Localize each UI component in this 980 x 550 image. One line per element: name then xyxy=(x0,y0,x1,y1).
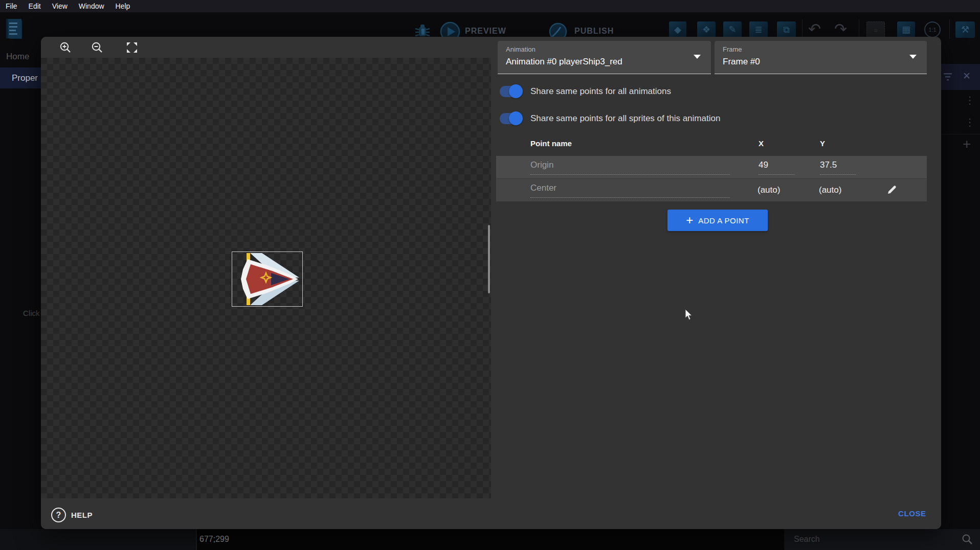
cursor-coordinates: 677;299 xyxy=(199,535,229,544)
settings-wrench-icon[interactable]: ⚒ xyxy=(955,21,975,38)
toggle-thumb xyxy=(509,84,523,98)
plus-icon: + xyxy=(686,214,693,226)
zoom-ratio-glyph: 1:1 xyxy=(924,21,941,38)
tab-properties-label: Proper xyxy=(12,73,38,83)
help-label: HELP xyxy=(71,511,93,519)
zoom-out-icon xyxy=(91,41,103,54)
add-object-icon: + xyxy=(963,136,971,152)
points-table-header-y: Y xyxy=(820,139,825,148)
frame-select[interactable]: Frame Frame #0 xyxy=(715,41,927,74)
add-object-row[interactable]: + xyxy=(940,134,980,157)
edit-scene-icon[interactable]: ✎ xyxy=(723,21,742,38)
panel-close-icon[interactable]: ✕ xyxy=(963,70,971,82)
export-object-icon[interactable]: ◆ xyxy=(669,21,686,38)
toggle-share-all-animations-label: Share same points for all animations xyxy=(530,86,671,97)
edit-point-pencil-icon[interactable] xyxy=(886,184,898,195)
menu-edit[interactable]: Edit xyxy=(23,0,47,12)
animation-select[interactable]: Animation Animation #0 playerShip3_red xyxy=(498,41,711,74)
object-list-row[interactable]: ⋮ xyxy=(940,112,980,134)
toolbar-separator xyxy=(859,19,859,39)
point-name-field[interactable]: Origin xyxy=(530,160,730,175)
expand-arrows-icon xyxy=(126,41,138,54)
doc-line xyxy=(9,26,17,28)
object-list-row[interactable]: ⋮ xyxy=(940,90,980,112)
undo-icon[interactable]: ↶ xyxy=(808,21,821,37)
fit-to-view-button[interactable] xyxy=(123,38,141,57)
tab-home[interactable]: Home xyxy=(6,52,29,62)
chevron-down-icon xyxy=(909,55,917,59)
zoom-in-icon xyxy=(59,41,72,54)
publish-button[interactable]: PUBLISH xyxy=(574,27,614,36)
dialog-footer xyxy=(41,498,941,529)
frame-select-label: Frame xyxy=(723,45,742,53)
help-button[interactable]: ? HELP xyxy=(51,508,93,522)
tab-properties[interactable]: Proper xyxy=(0,67,41,88)
mask-icon[interactable]: ▫ xyxy=(866,21,885,39)
point-y-value: (auto) xyxy=(819,185,841,195)
menu-window[interactable]: Window xyxy=(73,0,110,12)
points-table-header-name: Point name xyxy=(530,139,572,148)
search-icon[interactable] xyxy=(962,534,973,545)
layers-icon[interactable]: ⧉ xyxy=(777,21,796,38)
object-menu-icon[interactable]: ⋮ xyxy=(965,94,975,106)
player-ship-sprite xyxy=(232,252,302,306)
left-panel-hint-text: Click xyxy=(23,309,40,317)
chevron-down-icon xyxy=(694,55,701,59)
mouse-cursor xyxy=(685,309,694,320)
frame-select-value: Frame #0 xyxy=(723,57,760,67)
events-list-icon[interactable]: ≣ xyxy=(749,21,768,38)
zoom-in-button[interactable] xyxy=(56,38,75,57)
help-question-icon: ? xyxy=(51,508,66,522)
instances-icon[interactable]: ❖ xyxy=(697,21,716,38)
search-input[interactable] xyxy=(793,534,938,544)
animation-select-value: Animation #0 playerShip3_red xyxy=(506,57,622,67)
toolbar-separator xyxy=(949,19,950,39)
doc-front xyxy=(6,19,21,38)
zoom-ratio-icon[interactable]: 1:1 xyxy=(922,21,943,38)
point-row-origin[interactable]: Origin 49 37.5 xyxy=(496,156,927,178)
project-manager-icon[interactable] xyxy=(6,19,24,40)
edit-points-dialog: Animation Animation #0 playerShip3_red F… xyxy=(41,37,941,529)
close-button[interactable]: CLOSE xyxy=(895,509,929,518)
animation-select-label: Animation xyxy=(506,45,536,53)
point-x-field[interactable]: 49 xyxy=(759,160,794,175)
toolbar-separator xyxy=(802,19,803,39)
point-row-center[interactable]: Center (auto) (auto) xyxy=(496,178,927,201)
search-panel xyxy=(784,529,980,550)
status-bar-left-section xyxy=(0,529,197,550)
object-menu-icon[interactable]: ⋮ xyxy=(965,116,975,128)
grid-icon[interactable]: ▦ xyxy=(897,21,915,38)
add-point-label: ADD A POINT xyxy=(698,216,749,225)
add-point-button[interactable]: + ADD A POINT xyxy=(667,210,768,231)
menu-file[interactable]: File xyxy=(0,0,23,12)
canvas-toolbar xyxy=(41,37,491,58)
preview-button[interactable]: PREVIEW xyxy=(465,27,506,36)
points-table-header-x: X xyxy=(759,139,764,148)
objects-panel-header: ✕ xyxy=(940,64,980,90)
point-name-field[interactable]: Center xyxy=(530,183,730,198)
doc-line xyxy=(9,22,17,24)
toggle-share-all-sprites[interactable] xyxy=(500,113,522,124)
sprite-bounding-box[interactable] xyxy=(232,251,303,307)
redo-icon[interactable]: ↷ xyxy=(834,21,847,37)
canvas-scrollbar[interactable] xyxy=(488,225,490,293)
menu-view[interactable]: View xyxy=(47,0,73,12)
menu-bar: File Edit View Window Help xyxy=(0,0,980,12)
filter-icon[interactable] xyxy=(944,73,954,81)
doc-line xyxy=(9,33,17,35)
doc-line xyxy=(9,30,16,31)
toggle-share-all-sprites-label: Share same points for all sprites of thi… xyxy=(530,113,720,124)
point-y-field[interactable]: 37.5 xyxy=(820,160,856,175)
toggle-thumb xyxy=(509,111,523,125)
toggle-share-all-animations[interactable] xyxy=(500,86,522,97)
point-x-value: (auto) xyxy=(758,185,780,195)
menu-help[interactable]: Help xyxy=(110,0,136,12)
zoom-out-button[interactable] xyxy=(88,38,106,57)
